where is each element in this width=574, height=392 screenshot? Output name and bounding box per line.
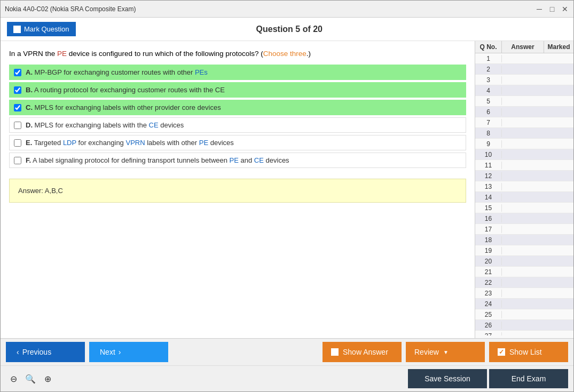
- sidebar-cell-qno: 14: [475, 194, 502, 201]
- zoom-in-button[interactable]: ⊕: [40, 371, 55, 386]
- prev-arrow-icon: ‹: [17, 348, 19, 356]
- option-c-checkbox[interactable]: [14, 104, 21, 111]
- option-b[interactable]: B. A routing protocol for exchanging cus…: [9, 82, 466, 98]
- option-f-checkbox[interactable]: [14, 157, 21, 164]
- question-list-sidebar: Q No. Answer Marked 1 2 3 4 5 6: [475, 41, 573, 338]
- sidebar-cell-qno: 6: [475, 108, 502, 116]
- show-list-button[interactable]: ✓ Show List: [489, 342, 568, 362]
- sidebar-cell-qno: 18: [475, 236, 502, 244]
- options-list: A. MP-BGP for exchanging customer routes…: [9, 65, 466, 168]
- end-exam-button[interactable]: End Exam: [489, 369, 568, 388]
- sidebar-row[interactable]: 16: [475, 213, 573, 224]
- sidebar-row[interactable]: 12: [475, 171, 573, 181]
- sidebar-cell-qno: 5: [475, 98, 502, 105]
- sidebar-row[interactable]: 13: [475, 181, 573, 192]
- sidebar-cell-qno: 9: [475, 140, 502, 148]
- sidebar-row[interactable]: 4: [475, 85, 573, 96]
- show-answer-button[interactable]: Show Answer: [323, 342, 402, 362]
- option-a-checkbox[interactable]: [14, 69, 21, 76]
- previous-button[interactable]: ‹ Previous: [6, 342, 85, 362]
- show-list-check-icon: ✓: [498, 348, 505, 356]
- sidebar-row[interactable]: 20: [475, 256, 573, 267]
- sidebar-row[interactable]: 27: [475, 331, 573, 335]
- sidebar-row[interactable]: 3: [475, 75, 573, 85]
- next-label: Next: [100, 348, 115, 356]
- sidebar-row[interactable]: 21: [475, 267, 573, 277]
- mark-question-button[interactable]: Mark Question: [7, 22, 76, 36]
- sidebar-cell-qno: 4: [475, 87, 502, 94]
- sidebar-cell-qno: 25: [475, 311, 502, 318]
- sidebar-rows: 1 2 3 4 5 6 7 8: [475, 53, 573, 335]
- next-button[interactable]: Next ›: [89, 342, 168, 362]
- save-session-label: Save Session: [424, 374, 470, 383]
- zoom-reset-icon: 🔍: [25, 374, 36, 384]
- option-a-label: A. MP-BGP for exchanging customer routes…: [26, 68, 208, 76]
- sidebar-row[interactable]: 23: [475, 288, 573, 299]
- sidebar-cell-qno: 1: [475, 55, 502, 62]
- sidebar-cell-qno: 24: [475, 300, 502, 308]
- sidebar-marked-header: Marked: [544, 41, 573, 53]
- next-arrow-icon: ›: [119, 348, 121, 356]
- sidebar-row[interactable]: 11: [475, 160, 573, 171]
- sidebar-cell-qno: 2: [475, 66, 502, 73]
- sidebar-row[interactable]: 8: [475, 128, 573, 139]
- sidebar-qno-header: Q No.: [475, 41, 502, 53]
- sidebar-row[interactable]: 24: [475, 299, 573, 309]
- sidebar-cell-qno: 12: [475, 172, 502, 180]
- question-text: In a VPRN the PE device is configured to…: [9, 49, 466, 59]
- sidebar-cell-qno: 16: [475, 215, 502, 222]
- sidebar-row[interactable]: 2: [475, 64, 573, 75]
- content-area: In a VPRN the PE device is configured to…: [1, 41, 475, 338]
- sidebar-row[interactable]: 7: [475, 117, 573, 128]
- sidebar-cell-qno: 23: [475, 290, 502, 297]
- option-d-checkbox[interactable]: [14, 122, 21, 129]
- sidebar-row[interactable]: 26: [475, 320, 573, 331]
- option-c[interactable]: C. MPLS for exchanging labels with other…: [9, 100, 466, 115]
- sidebar-cell-qno: 15: [475, 204, 502, 212]
- main-area: In a VPRN the PE device is configured to…: [1, 41, 573, 338]
- show-list-label: Show List: [509, 348, 542, 356]
- end-exam-label: End Exam: [512, 374, 546, 383]
- sidebar-answer-header: Answer: [502, 41, 544, 53]
- option-f[interactable]: F. A label signaling protocol for defini…: [9, 153, 466, 168]
- option-d[interactable]: D. MPLS for exchanging labels with the C…: [9, 117, 466, 133]
- sidebar-header: Q No. Answer Marked: [475, 41, 573, 53]
- question-text-prefix: In a VPRN the: [9, 50, 57, 58]
- maximize-button[interactable]: □: [548, 5, 556, 13]
- question-title: Question 5 of 20: [256, 25, 323, 34]
- sidebar-row[interactable]: 14: [475, 192, 573, 203]
- sidebar-row[interactable]: 25: [475, 309, 573, 320]
- sidebar-cell-qno: 10: [475, 151, 502, 158]
- zoom-out-icon: ⊖: [10, 374, 17, 384]
- answer-box: Answer: A,B,C: [9, 179, 466, 203]
- sidebar-row[interactable]: 6: [475, 107, 573, 117]
- sidebar-row[interactable]: 22: [475, 277, 573, 288]
- sidebar-row[interactable]: 19: [475, 245, 573, 256]
- sidebar-row[interactable]: 15: [475, 203, 573, 213]
- option-d-label: D. MPLS for exchanging labels with the C…: [26, 121, 184, 129]
- sidebar-row[interactable]: 18: [475, 235, 573, 245]
- option-b-checkbox[interactable]: [14, 86, 21, 94]
- sidebar-row[interactable]: 9: [475, 139, 573, 149]
- sidebar-cell-qno: 8: [475, 130, 502, 137]
- save-session-button[interactable]: Save Session: [408, 369, 487, 388]
- option-e[interactable]: E. Targeted LDP for exchanging VPRN labe…: [9, 135, 466, 150]
- option-e-checkbox[interactable]: [14, 139, 21, 147]
- sidebar-row[interactable]: 10: [475, 149, 573, 160]
- review-button[interactable]: Review ▼: [406, 342, 485, 362]
- sidebar-cell-qno: 20: [475, 258, 502, 265]
- close-button[interactable]: ✕: [561, 5, 569, 13]
- sidebar-row[interactable]: 5: [475, 96, 573, 107]
- minimize-button[interactable]: ─: [535, 5, 544, 13]
- option-a[interactable]: A. MP-BGP for exchanging customer routes…: [9, 65, 466, 80]
- zoom-row: ⊖ 🔍 ⊕ Save Session End Exam: [1, 366, 573, 391]
- sidebar-row[interactable]: 1: [475, 53, 573, 64]
- sidebar-cell-qno: 17: [475, 226, 502, 233]
- question-text-suffix: .): [306, 50, 311, 58]
- zoom-out-button[interactable]: ⊖: [6, 371, 21, 386]
- show-answer-square-icon: [331, 348, 339, 356]
- sidebar-cell-qno: 26: [475, 322, 502, 329]
- sidebar-cell-qno: 22: [475, 279, 502, 286]
- zoom-reset-button[interactable]: 🔍: [23, 371, 38, 386]
- sidebar-row[interactable]: 17: [475, 224, 573, 235]
